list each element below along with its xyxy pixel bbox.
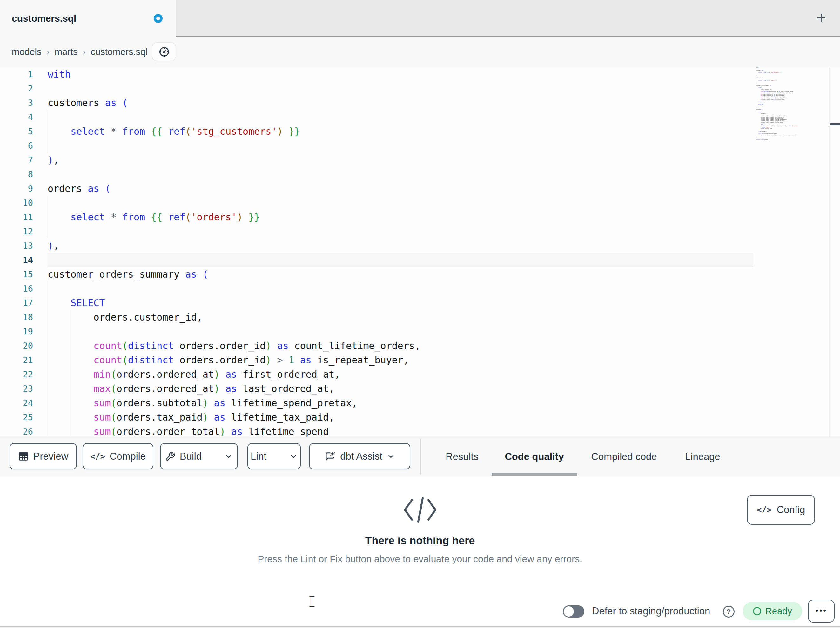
breadcrumb-item-file[interactable]: customers.sql xyxy=(91,47,148,57)
config-button[interactable]: </> Config xyxy=(747,495,815,525)
code-line[interactable]: 11 select * from {{ ref('orders') }} xyxy=(0,210,840,224)
tab-results[interactable]: Results xyxy=(443,437,481,476)
line-number[interactable]: 2 xyxy=(0,81,33,96)
code-editor[interactable]: 1with23customers as (45 select * from {{… xyxy=(0,67,840,437)
code-line[interactable]: 3customers as ( xyxy=(0,96,840,110)
code-line[interactable]: 19 xyxy=(0,324,840,339)
code-line[interactable]: 16 xyxy=(0,282,840,296)
line-number[interactable]: 13 xyxy=(0,239,33,253)
tab-lineage[interactable]: Lineage xyxy=(683,437,723,476)
indent-guide xyxy=(47,196,48,210)
line-number[interactable]: 22 xyxy=(0,367,33,381)
tab-code-quality[interactable]: Code quality xyxy=(500,437,568,476)
dbt-assist-label: dbt Assist xyxy=(340,451,382,462)
line-number[interactable]: 20 xyxy=(0,339,33,353)
ready-circle-icon xyxy=(753,607,761,615)
compile-button[interactable]: </> Compile xyxy=(82,443,153,470)
code-line[interactable]: 26 sum(orders.order_total) as lifetime_s… xyxy=(0,424,840,437)
line-number[interactable]: 24 xyxy=(0,396,33,410)
code-line[interactable]: 14 xyxy=(0,253,840,267)
code-text: select * from {{ ref('orders') }} xyxy=(47,210,260,224)
line-number[interactable]: 9 xyxy=(0,181,33,196)
line-number[interactable]: 14 xyxy=(0,253,33,267)
line-number[interactable]: 10 xyxy=(0,196,33,210)
chevron-down-icon xyxy=(387,452,395,460)
line-number[interactable]: 25 xyxy=(0,410,33,424)
preview-button[interactable]: Preview xyxy=(9,443,77,470)
defer-label: Defer to staging/production xyxy=(592,596,710,626)
line-number[interactable]: 15 xyxy=(0,267,33,282)
dbt-assist-button[interactable]: dbt Assist xyxy=(309,443,410,470)
status-bar: Defer to staging/production ? Ready ••• xyxy=(0,596,840,626)
line-number[interactable]: 8 xyxy=(0,167,33,181)
code-text: min(orders.ordered_at) as first_ordered_… xyxy=(47,367,340,381)
chevron-down-icon xyxy=(224,452,233,460)
minimap-content: with customers as ( select * from {{ ref… xyxy=(756,67,817,141)
line-number[interactable]: 23 xyxy=(0,381,33,396)
code-line[interactable]: 25 sum(orders.tax_paid) as lifetime_tax_… xyxy=(0,410,840,424)
code-line[interactable]: 23 max(orders.ordered_at) as last_ordere… xyxy=(0,381,840,396)
indent-guide xyxy=(47,282,48,296)
line-number[interactable]: 7 xyxy=(0,153,33,167)
tab-bar: customers.sql + xyxy=(0,0,840,37)
line-number[interactable]: 3 xyxy=(0,96,33,110)
editor-lines: 1with23customers as (45 select * from {{… xyxy=(0,67,840,437)
line-number[interactable]: 11 xyxy=(0,210,33,224)
line-number[interactable]: 5 xyxy=(0,124,33,139)
tab-code-quality-label: Code quality xyxy=(505,451,564,462)
build-split-button: Build xyxy=(160,443,238,470)
help-icon[interactable]: ? xyxy=(723,606,734,617)
lint-split-button: Lint xyxy=(247,443,301,470)
code-line[interactable]: 2 xyxy=(0,81,840,96)
lint-button[interactable]: Lint xyxy=(243,444,273,469)
build-dropdown-button[interactable] xyxy=(218,444,240,469)
editor-minimap[interactable]: with customers as ( select * from {{ ref… xyxy=(756,67,816,150)
lint-dropdown-button[interactable] xyxy=(282,444,305,469)
code-line[interactable]: 10 xyxy=(0,196,840,210)
more-options-button[interactable]: ••• xyxy=(808,600,835,623)
code-line[interactable]: 1with xyxy=(0,67,840,81)
code-line[interactable]: 8 xyxy=(0,167,840,181)
line-number[interactable]: 4 xyxy=(0,110,33,124)
new-tab-button[interactable]: + xyxy=(812,9,831,28)
code-line[interactable]: 20 count(distinct orders.order_id) as co… xyxy=(0,339,840,353)
code-line[interactable]: 21 count(distinct orders.order_id) > 1 a… xyxy=(0,353,840,367)
code-line[interactable]: 15customer_orders_summary as ( xyxy=(0,267,840,282)
code-text: sum(orders.subtotal) as lifetime_spend_p… xyxy=(47,396,357,410)
line-number[interactable]: 16 xyxy=(0,282,33,296)
breadcrumb-item-models[interactable]: models xyxy=(12,47,42,57)
code-line[interactable]: 5 select * from {{ ref('stg_customers') … xyxy=(0,124,840,139)
line-number[interactable]: 21 xyxy=(0,353,33,367)
tab-compiled-code-label: Compiled code xyxy=(591,451,657,462)
assist-sparkle-icon xyxy=(324,451,336,462)
code-line[interactable]: 18 orders.customer_id, xyxy=(0,310,840,324)
line-number[interactable]: 26 xyxy=(0,424,33,437)
build-button[interactable]: Build xyxy=(158,444,208,469)
code-line[interactable]: 13), xyxy=(0,239,840,253)
code-line[interactable]: 17 SELECT xyxy=(0,296,840,310)
line-number[interactable]: 19 xyxy=(0,324,33,339)
ready-label: Ready xyxy=(765,606,792,617)
code-text: with xyxy=(47,67,71,81)
line-number[interactable]: 18 xyxy=(0,310,33,324)
code-line[interactable]: 9orders as ( xyxy=(0,181,840,196)
line-number[interactable]: 6 xyxy=(0,139,33,153)
line-number[interactable]: 12 xyxy=(0,224,33,239)
file-tab-customers-sql[interactable]: customers.sql xyxy=(0,0,176,37)
code-line[interactable]: 4 xyxy=(0,110,840,124)
line-number[interactable]: 1 xyxy=(0,67,33,81)
tab-compiled-code[interactable]: Compiled code xyxy=(587,437,660,476)
code-line[interactable]: 12 xyxy=(0,224,840,239)
breadcrumb-item-marts[interactable]: marts xyxy=(55,47,78,57)
code-line[interactable]: 22 min(orders.ordered_at) as first_order… xyxy=(0,367,840,381)
code-empty-icon xyxy=(0,496,840,524)
code-line[interactable]: 6 xyxy=(0,139,840,153)
scrollbar-thumb[interactable] xyxy=(829,123,840,125)
line-number[interactable]: 17 xyxy=(0,296,33,310)
editor-toolbar: Preview </> Compile Build xyxy=(0,437,840,476)
toggle-knob xyxy=(564,606,574,617)
explore-lineage-button[interactable] xyxy=(152,42,176,61)
code-line[interactable]: 7), xyxy=(0,153,840,167)
code-line[interactable]: 24 sum(orders.subtotal) as lifetime_spen… xyxy=(0,396,840,410)
defer-toggle[interactable] xyxy=(563,606,584,617)
